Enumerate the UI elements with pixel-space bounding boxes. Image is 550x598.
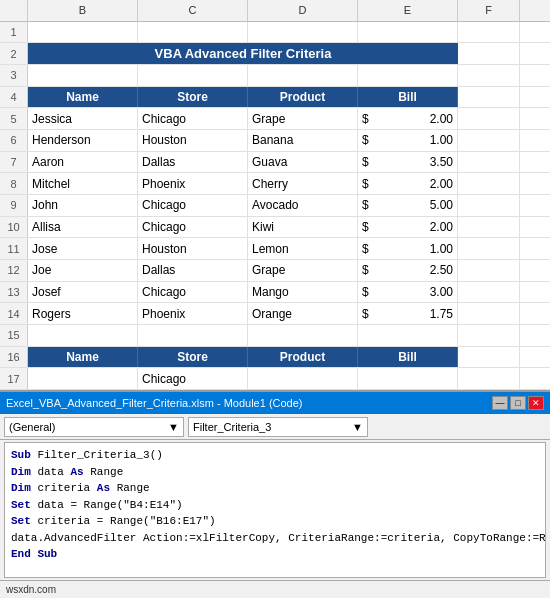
vba-code-area[interactable]: Sub Filter_Criteria_3() Dim data As Rang… bbox=[4, 442, 546, 578]
col-header-f: F bbox=[458, 0, 520, 21]
code-line-1: Sub Filter_Criteria_3() bbox=[11, 447, 539, 464]
th-bill: Bill bbox=[358, 87, 458, 108]
r1e bbox=[358, 22, 458, 43]
data-row-5: 5 Jessica Chicago Grape $2.00 bbox=[0, 108, 550, 130]
r14-product: Orange bbox=[248, 303, 358, 324]
th-product: Product bbox=[248, 87, 358, 108]
r3e bbox=[358, 65, 458, 86]
close-button[interactable]: ✕ bbox=[528, 396, 544, 410]
general-dropdown[interactable]: (General) ▼ bbox=[4, 417, 184, 437]
r5-name: Jessica bbox=[28, 108, 138, 129]
r11-bill: $1.00 bbox=[358, 238, 458, 259]
rownum-3: 3 bbox=[0, 65, 28, 86]
col-header-c: C bbox=[138, 0, 248, 21]
row-16: 16 Name Store Product Bill bbox=[0, 347, 550, 369]
maximize-button[interactable]: □ bbox=[510, 396, 526, 410]
vba-editor: Excel_VBA_Advanced_Filter_Criteria.xlsm … bbox=[0, 390, 550, 598]
r14-bill: $1.75 bbox=[358, 303, 458, 324]
r7-name: Aaron bbox=[28, 152, 138, 173]
vba-titlebar-title: Excel_VBA_Advanced_Filter_Criteria.xlsm … bbox=[6, 397, 492, 409]
crit-product-val bbox=[248, 368, 358, 389]
r12-product: Grape bbox=[248, 260, 358, 281]
data-row-7: 7 Aaron Dallas Guava $3.50 bbox=[0, 152, 550, 174]
r10-product: Kiwi bbox=[248, 217, 358, 238]
r3f bbox=[458, 65, 520, 86]
data-row-9: 9 John Chicago Avocado $5.00 bbox=[0, 195, 550, 217]
r3b bbox=[28, 65, 138, 86]
row-1: 1 bbox=[0, 22, 550, 44]
code-line-4: Set data = Range("B4:E14") bbox=[11, 497, 539, 514]
r7-product: Guava bbox=[248, 152, 358, 173]
r7-bill: $3.50 bbox=[358, 152, 458, 173]
r13-bill: $3.00 bbox=[358, 282, 458, 303]
r6-bill: $1.00 bbox=[358, 130, 458, 151]
chevron-down-icon: ▼ bbox=[168, 421, 179, 433]
r3c bbox=[138, 65, 248, 86]
r5-store: Chicago bbox=[138, 108, 248, 129]
vba-statusbar: wsxdn.com bbox=[0, 580, 550, 598]
r7-store: Dallas bbox=[138, 152, 248, 173]
rownum-4: 4 bbox=[0, 87, 28, 108]
r2f bbox=[458, 43, 520, 64]
crit-th-name: Name bbox=[28, 347, 138, 368]
vba-titlebar: Excel_VBA_Advanced_Filter_Criteria.xlsm … bbox=[0, 392, 550, 414]
rownum-2: 2 bbox=[0, 43, 28, 64]
data-row-8: 8 Mitchel Phoenix Cherry $2.00 bbox=[0, 173, 550, 195]
code-line-3: Dim criteria As Range bbox=[11, 480, 539, 497]
row-15: 15 bbox=[0, 325, 550, 347]
crit-name-val bbox=[28, 368, 138, 389]
data-row-10: 10 Allisa Chicago Kiwi $2.00 bbox=[0, 217, 550, 239]
code-line-6: data.AdvancedFilter Action:=xlFilterCopy… bbox=[11, 530, 539, 547]
r5-product: Grape bbox=[248, 108, 358, 129]
r12-bill: $2.50 bbox=[358, 260, 458, 281]
code-line-7: End Sub bbox=[11, 546, 539, 563]
data-row-11: 11 Jose Houston Lemon $1.00 bbox=[0, 238, 550, 260]
vba-titlebar-controls: — □ ✕ bbox=[492, 396, 544, 410]
r8-bill: $2.00 bbox=[358, 173, 458, 194]
r8-store: Phoenix bbox=[138, 173, 248, 194]
r6-store: Houston bbox=[138, 130, 248, 151]
col-header-e: E bbox=[358, 0, 458, 21]
row-2: 2 VBA Advanced Filter Criteria bbox=[0, 43, 550, 65]
corner-cell bbox=[0, 0, 28, 21]
minimize-button[interactable]: — bbox=[492, 396, 508, 410]
filter-criteria-dropdown[interactable]: Filter_Criteria_3 ▼ bbox=[188, 417, 368, 437]
r10-name: Allisa bbox=[28, 217, 138, 238]
col-header-row: B C D E F bbox=[0, 0, 550, 22]
r11-store: Houston bbox=[138, 238, 248, 259]
r6-product: Banana bbox=[248, 130, 358, 151]
r9-product: Avocado bbox=[248, 195, 358, 216]
data-row-14: 14 Rogers Phoenix Orange $1.75 bbox=[0, 303, 550, 325]
crit-th-product: Product bbox=[248, 347, 358, 368]
col-header-d: D bbox=[248, 0, 358, 21]
r1d bbox=[248, 22, 358, 43]
data-row-13: 13 Josef Chicago Mango $3.00 bbox=[0, 282, 550, 304]
spreadsheet: B C D E F 1 2 VBA Advanced Filter Criter… bbox=[0, 0, 550, 390]
crit-store-val: Chicago bbox=[138, 368, 248, 389]
row-4: 4 Name Store Product Bill bbox=[0, 87, 550, 109]
data-row-12: 12 Joe Dallas Grape $2.50 bbox=[0, 260, 550, 282]
r9-name: John bbox=[28, 195, 138, 216]
crit-th-store: Store bbox=[138, 347, 248, 368]
r1c bbox=[138, 22, 248, 43]
r10-store: Chicago bbox=[138, 217, 248, 238]
r6-name: Henderson bbox=[28, 130, 138, 151]
statusbar-text: wsxdn.com bbox=[6, 584, 56, 595]
col-header-b: B bbox=[28, 0, 138, 21]
r13-product: Mango bbox=[248, 282, 358, 303]
r4f bbox=[458, 87, 520, 108]
r3d bbox=[248, 65, 358, 86]
r12-name: Joe bbox=[28, 260, 138, 281]
data-row-6: 6 Henderson Houston Banana $1.00 bbox=[0, 130, 550, 152]
r8-name: Mitchel bbox=[28, 173, 138, 194]
crit-th-bill: Bill bbox=[358, 347, 458, 368]
r8-product: Cherry bbox=[248, 173, 358, 194]
r11-product: Lemon bbox=[248, 238, 358, 259]
r10-bill: $2.00 bbox=[358, 217, 458, 238]
row-17: 17 Chicago bbox=[0, 368, 550, 390]
r13-store: Chicago bbox=[138, 282, 248, 303]
r1f bbox=[458, 22, 520, 43]
code-line-5: Set criteria = Range("B16:E17") bbox=[11, 513, 539, 530]
crit-bill-val bbox=[358, 368, 458, 389]
r14-name: Rogers bbox=[28, 303, 138, 324]
